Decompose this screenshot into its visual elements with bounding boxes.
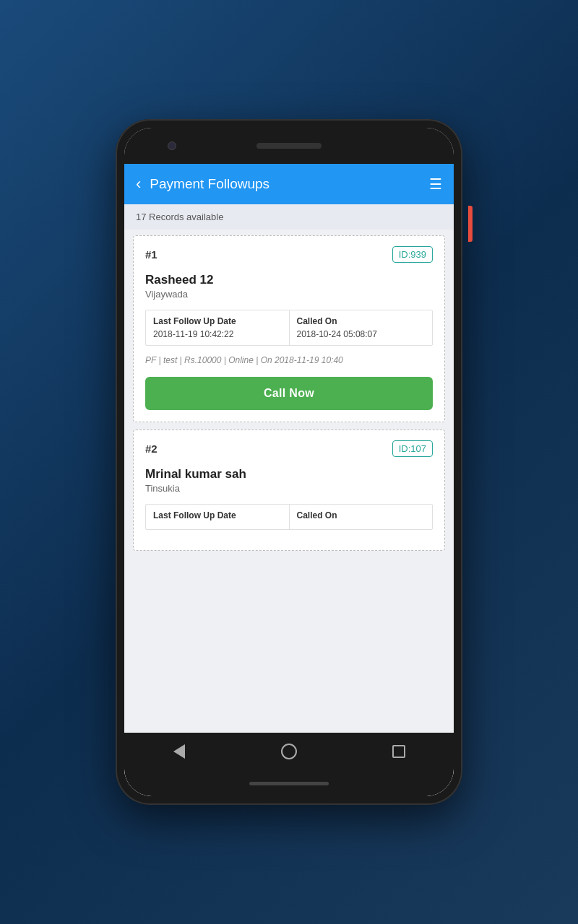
last-followup-label-2: Last Follow Up Date <box>153 510 282 520</box>
card-id-badge-1: ID:939 <box>392 246 433 263</box>
phone-device: ‹ Payment Followups ☰ 17 Records availab… <box>116 119 462 805</box>
recent-nav-button[interactable] <box>386 738 412 764</box>
records-count-bar: 17 Records available <box>124 204 454 230</box>
followup-card-2: #2 ID:107 Mrinal kumar sah Tinsukia Last… <box>133 430 445 551</box>
speaker <box>256 143 322 149</box>
card-number-2: #2 <box>145 443 158 455</box>
card-name-2: Mrinal kumar sah <box>145 467 433 481</box>
card-header-2: #2 ID:107 <box>145 440 433 457</box>
last-followup-value-1: 2018-11-19 10:42:22 <box>153 329 282 339</box>
card-header-1: #1 ID:939 <box>145 246 433 263</box>
called-on-label-2: Called On <box>297 510 426 520</box>
recent-nav-icon <box>392 745 405 758</box>
top-bezel <box>124 128 454 164</box>
card-number-1: #1 <box>145 248 158 261</box>
home-nav-icon <box>281 744 297 759</box>
filter-icon[interactable]: ☰ <box>429 175 442 193</box>
page-title: Payment Followups <box>150 176 429 192</box>
screen-content: ‹ Payment Followups ☰ 17 Records availab… <box>124 164 454 796</box>
last-followup-label-1: Last Follow Up Date <box>153 316 282 326</box>
card-id-badge-2: ID:107 <box>392 440 433 457</box>
called-on-col-1: Called On 2018-10-24 05:08:07 <box>290 310 433 345</box>
phone-screen: ‹ Payment Followups ☰ 17 Records availab… <box>124 128 454 796</box>
records-count-text: 17 Records available <box>136 212 223 222</box>
call-now-button-1[interactable]: Call Now <box>145 377 433 410</box>
cards-list: #1 ID:939 Rasheed 12 Vijaywada Last Foll… <box>124 230 454 733</box>
card-name-1: Rasheed 12 <box>145 273 433 287</box>
home-indicator <box>249 782 329 785</box>
called-on-value-1: 2018-10-24 05:08:07 <box>297 329 426 339</box>
back-nav-button[interactable] <box>166 738 192 764</box>
side-button <box>468 206 473 242</box>
followup-card-1: #1 ID:939 Rasheed 12 Vijaywada Last Foll… <box>133 235 445 422</box>
camera <box>168 141 176 150</box>
back-nav-icon <box>173 744 185 759</box>
bottom-bar <box>124 770 454 796</box>
called-on-label-1: Called On <box>297 316 426 326</box>
followup-table-2: Last Follow Up Date Called On <box>145 504 433 530</box>
app-header: ‹ Payment Followups ☰ <box>124 164 454 204</box>
back-button[interactable]: ‹ <box>136 175 141 193</box>
card-location-1: Vijaywada <box>145 289 433 300</box>
last-followup-col-2: Last Follow Up Date <box>146 505 290 529</box>
home-nav-button[interactable] <box>276 738 302 764</box>
last-followup-col-1: Last Follow Up Date 2018-11-19 10:42:22 <box>146 310 290 345</box>
bottom-navigation <box>124 733 454 770</box>
followup-table-1: Last Follow Up Date 2018-11-19 10:42:22 … <box>145 310 433 346</box>
called-on-col-2: Called On <box>290 505 433 529</box>
card-location-2: Tinsukia <box>145 483 433 494</box>
card-note-1: PF | test | Rs.10000 | Online | On 2018-… <box>145 354 433 367</box>
